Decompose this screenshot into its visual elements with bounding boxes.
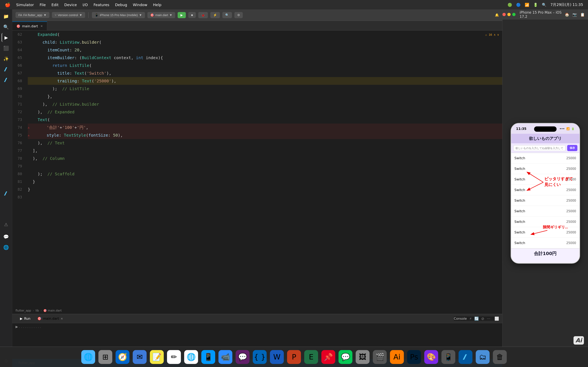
debug-button[interactable]: 🐞 — [198, 12, 208, 18]
dart-panel-icon: 🎯 — [37, 317, 42, 320]
menu-icon-zoom: 🔵 — [516, 3, 521, 7]
apple-menu[interactable]: 🍎 — [5, 2, 10, 7]
dock-zoom[interactable]: 📹 — [218, 350, 232, 364]
code-line-79 — [28, 162, 502, 170]
menu-window[interactable]: Window — [133, 3, 147, 7]
dock-freeform[interactable]: ✏ — [167, 350, 181, 364]
menu-edit[interactable]: Edit — [52, 3, 59, 7]
dock-finder2[interactable]: 🗂 — [476, 350, 490, 364]
project-selector[interactable]: FA FA flutter_app ▼ — [16, 12, 49, 18]
panel-icon-expand[interactable]: ⬜ — [494, 317, 499, 321]
dock-chrome[interactable]: 🌐 — [184, 350, 198, 364]
dock-slack[interactable]: 💬 — [236, 350, 250, 364]
search-toolbar-button[interactable]: 🔍 — [222, 12, 232, 18]
file-selector[interactable]: 🎯 main.dart ▼ — [147, 12, 175, 18]
dock-pinterest[interactable]: 📌 — [321, 350, 335, 364]
code-content[interactable]: Expanded( ⚠ 16 ∧ ∨ child: ListView.build… — [25, 31, 502, 307]
dock-word[interactable]: W — [270, 350, 284, 364]
item-input[interactable] — [513, 145, 566, 151]
menu-simulator[interactable]: Simulator — [16, 3, 34, 7]
sim-camera-icon[interactable]: 📷 — [572, 12, 577, 17]
panel-icon-filter[interactable]: ⊘ — [481, 317, 484, 321]
breadcrumb-project[interactable]: flutter_app — [16, 309, 31, 312]
menu-file[interactable]: File — [40, 3, 46, 7]
minimize-button-sim[interactable] — [507, 13, 511, 16]
notification-bell[interactable]: 🔔 — [495, 13, 499, 17]
main-dart-tab[interactable]: 🎯 main.dart ✕ — [37, 317, 63, 320]
tab-main-dart[interactable]: 🎯 main.dart ✕ — [12, 21, 47, 30]
dock-canva[interactable]: 🎨 — [424, 350, 438, 364]
simulator-panel: iPhone 15 Pro Max – iOS 17.2 🏠 📷 📋 11:35… — [502, 9, 588, 367]
toolbar-sep1 — [88, 12, 89, 18]
iphone-battery-icon: 🔋 — [571, 127, 575, 130]
profile-button[interactable]: ⚡ — [210, 12, 220, 18]
panel-icon-more[interactable]: ⋯ — [487, 317, 490, 321]
line-num-65: 65 — [12, 54, 22, 62]
dock-safari[interactable]: 🧭 — [116, 350, 130, 364]
sim-home-icon[interactable]: 🏠 — [565, 12, 569, 17]
menu-debug[interactable]: Debug — [115, 3, 127, 7]
phone-icon: 📱 — [95, 13, 99, 17]
dock-vscode[interactable]: { } — [253, 350, 267, 364]
dock-launchpad[interactable]: ⊞ — [98, 350, 112, 364]
save-button[interactable]: 保存 — [567, 145, 577, 151]
activity-network[interactable]: 🌐 — [2, 243, 11, 252]
stop-button[interactable]: ■ — [188, 12, 196, 18]
code-line-64: itemCount: 20, — [28, 46, 502, 54]
run-tab[interactable]: ▶ Run — [17, 316, 33, 321]
panel-icon-lightning[interactable]: ⚡ — [469, 317, 472, 321]
activity-flutter1[interactable] — [2, 65, 11, 74]
menu-features[interactable]: Features — [94, 3, 109, 7]
sim-copy-icon[interactable]: 📋 — [580, 12, 585, 17]
panel-icon-refresh[interactable]: 🔄 — [474, 317, 479, 321]
activity-chat[interactable]: 💬 — [2, 232, 11, 241]
menu-help[interactable]: Help — [153, 3, 162, 7]
dock-trash[interactable]: 🗑 — [493, 350, 507, 364]
line-num-72: 72 — [12, 108, 22, 116]
line-num-82: 82 — [12, 185, 22, 193]
dock-finder[interactable]: 🌐 — [81, 350, 95, 364]
dock-photos[interactable]: 🖼 — [356, 350, 370, 364]
activity-extensions[interactable]: ⬛ — [2, 44, 11, 53]
dock-flutter[interactable] — [458, 350, 472, 364]
activity-explorer[interactable]: 📁 — [2, 12, 11, 21]
zoom-button-sim[interactable] — [512, 13, 516, 16]
iphone-dots-icon: ••• — [560, 127, 565, 130]
code-editor: 62 63 64 65 66 67 68 69 70 71 72 73 74 7… — [12, 31, 502, 307]
activity-warning[interactable]: ⚠ — [2, 220, 11, 229]
dock-illustrator[interactable]: Ai — [390, 350, 404, 364]
code-line-82: } — [28, 185, 502, 193]
traffic-lights — [502, 13, 516, 16]
dart-file-icon: 🎯 — [16, 24, 20, 28]
menu-io[interactable]: I/O — [82, 3, 88, 7]
dock-line[interactable]: 💬 — [338, 350, 352, 364]
total-bar: 合計100円 — [511, 248, 579, 259]
menu-bar: 🍎 Simulator File Edit Device I/O Feature… — [0, 0, 588, 9]
dock-mail[interactable]: ✉ — [133, 350, 147, 364]
dock-notes[interactable]: 📝 — [150, 350, 164, 364]
dock-photoshop[interactable]: Ps — [407, 350, 421, 364]
dock-iMovie[interactable]: 🎬 — [373, 350, 387, 364]
dock-simulator[interactable]: 📱 — [441, 350, 455, 364]
activity-search[interactable]: 🔍 — [2, 22, 11, 31]
code-line-69: ); // ListTile — [28, 85, 502, 92]
activity-magic[interactable]: ✨ — [2, 54, 11, 63]
breadcrumb-file[interactable]: 🎯 main.dart — [43, 309, 62, 312]
tab-close-icon[interactable]: ✕ — [40, 25, 43, 28]
activity-flutter2[interactable] — [2, 75, 11, 84]
dock-excel[interactable]: E — [304, 350, 318, 364]
menu-time: 7月29日(月) 11:35 — [550, 2, 583, 7]
settings-toolbar-button[interactable]: ⚙ — [234, 12, 243, 18]
activity-run[interactable]: ▶ — [2, 33, 11, 42]
panel-tab-close[interactable]: ✕ — [61, 317, 63, 320]
svg-marker-1 — [4, 78, 7, 82]
menu-device[interactable]: Device — [64, 3, 77, 7]
run-button[interactable]: ▶ — [178, 12, 186, 18]
breadcrumb-lib[interactable]: lib — [35, 309, 39, 312]
close-button-sim[interactable] — [502, 13, 506, 16]
dock-powerpoint[interactable]: P — [287, 350, 301, 364]
version-control-btn[interactable]: ⑂ Version control ▼ — [52, 12, 85, 18]
activity-flutter3[interactable] — [2, 189, 11, 198]
device-selector[interactable]: 📱 iPhone 15 Pro Max (mobile) ▼ — [92, 12, 145, 18]
dock-appstore[interactable]: 📱 — [201, 350, 215, 364]
